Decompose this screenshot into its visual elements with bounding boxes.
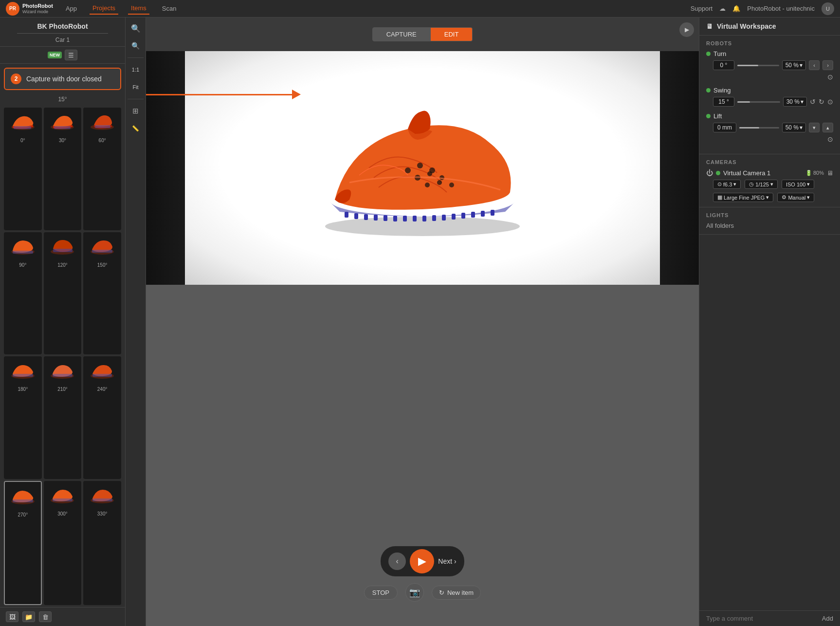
next-label: Next [438, 557, 452, 565]
tool-column: 🔍 🔍 1:1 Fit ⊞ 📏 [126, 18, 146, 626]
grid-tool-button[interactable]: ⊞ [128, 104, 144, 118]
thumbnail-90[interactable]: 90° [4, 232, 42, 355]
fit-button[interactable]: 1:1 [128, 63, 144, 76]
prev-button[interactable]: ‹ [388, 552, 406, 570]
thumbnail-0[interactable]: 0° [4, 108, 42, 230]
format-setting[interactable]: ▦ Large Fine JPEG ▾ [713, 193, 773, 202]
add-comment-button[interactable]: Add [822, 615, 833, 622]
turn-target-icon[interactable]: ⊙ [827, 73, 833, 81]
thumbnail-210[interactable]: 210° [44, 356, 82, 479]
turn-percent[interactable]: 50 % ▾ [782, 60, 806, 70]
shutter-setting[interactable]: ◷ 1/125 ▾ [745, 180, 778, 189]
capture-camera-button[interactable]: 📷 [405, 583, 424, 602]
nav-scan[interactable]: Scan [159, 3, 180, 14]
list-view-button[interactable]: ☰ [65, 50, 77, 60]
tab-edit[interactable]: EDIT [431, 27, 473, 41]
mode-setting[interactable]: ⚙ Manual ▾ [777, 193, 814, 202]
thumb-angle-330: 330° [83, 510, 121, 517]
turn-name: Turn [713, 50, 726, 57]
swing-rotate-ccw-button[interactable]: ↺ [810, 98, 816, 106]
comment-input[interactable] [706, 615, 818, 622]
thumbnail-330[interactable]: 330° [83, 481, 121, 606]
add-folder-button[interactable]: 📁 [22, 611, 35, 622]
vw-title: Virtual Workspace [717, 22, 776, 30]
camera-name: Virtual Camera 1 [723, 169, 803, 177]
swing-value[interactable]: 15 ° [713, 97, 734, 107]
top-navigation: PR PhotoRobot Wizard mode App Projects I… [0, 0, 840, 18]
play-top-button[interactable]: ▶ [679, 22, 694, 37]
aperture-setting[interactable]: ⊙ f6.3 ▾ [713, 180, 741, 189]
delete-button[interactable]: 🗑 [39, 611, 52, 622]
svg-rect-38 [383, 215, 387, 221]
thumb-angle-300: 300° [44, 510, 82, 517]
swing-target-icon[interactable]: ⊙ [827, 98, 833, 106]
thumbnail-120[interactable]: 120° [44, 232, 82, 355]
lift-slider[interactable] [739, 127, 779, 129]
app-logo[interactable]: PR PhotoRobot Wizard mode [6, 2, 53, 16]
svg-rect-3 [54, 126, 71, 129]
photo-container [146, 51, 699, 285]
svg-rect-42 [422, 216, 426, 221]
svg-rect-35 [354, 213, 358, 219]
next-button[interactable]: Next › [438, 557, 456, 565]
new-item-button[interactable]: ↻ New item [432, 586, 481, 600]
swing-slider[interactable] [737, 101, 780, 103]
svg-point-31 [425, 183, 430, 187]
shutter-icon: ◷ [749, 181, 754, 187]
thumbnail-60[interactable]: 60° [83, 108, 121, 230]
svg-rect-13 [13, 374, 33, 377]
thumbnail-30[interactable]: 30° [44, 108, 82, 230]
nav-right: Support ☁ 🔔 PhotoRobot - unitechnic U [691, 2, 834, 15]
robots-section: ROBOTS Turn 0 ° 50 % ▾ ‹ › [699, 36, 840, 154]
nav-projects[interactable]: Projects [90, 2, 118, 15]
cloud-icon[interactable]: ☁ [719, 5, 726, 12]
angle-label: 15° [0, 94, 125, 106]
svg-rect-15 [53, 374, 73, 377]
lift-value[interactable]: 0 mm [713, 123, 736, 132]
lift-down-button[interactable]: ▾ [809, 123, 820, 132]
svg-rect-40 [403, 216, 407, 221]
lift-percent[interactable]: 50 % ▾ [782, 123, 806, 132]
nav-items[interactable]: Items [128, 2, 149, 15]
nav-app[interactable]: App [63, 3, 80, 14]
folder-view-button[interactable]: 🖼 [6, 611, 18, 622]
left-sidebar: BK PhotoRobot Car 1 NEW ☰ 2 Capture with… [0, 18, 126, 626]
chevron-down-icon: ▾ [807, 194, 810, 201]
play-button[interactable]: ▶ [410, 549, 434, 573]
tab-capture[interactable]: CAPTURE [372, 27, 431, 41]
swing-robot: Swing 15 ° 30 % ▾ ↺ ↻ ⊙ [706, 87, 833, 107]
ruler-button[interactable]: 📏 [128, 122, 144, 135]
turn-left-button[interactable]: ‹ [809, 60, 820, 70]
lift-up-button[interactable]: ▴ [822, 123, 833, 132]
main-view: CAPTURE EDIT ▶ [146, 18, 699, 626]
support-link[interactable]: Support [691, 5, 713, 12]
svg-rect-45 [452, 214, 456, 220]
lift-target-icon[interactable]: ⊙ [827, 135, 833, 143]
swing-percent[interactable]: 30 % ▾ [783, 97, 807, 107]
bell-icon[interactable]: 🔔 [732, 5, 740, 12]
thumbnail-240[interactable]: 240° [83, 356, 121, 479]
swing-rotate-cw-button[interactable]: ↻ [819, 98, 824, 106]
camera-power-button[interactable]: ⏻ [706, 169, 713, 177]
lift-status-dot [706, 114, 711, 118]
thumbnail-150[interactable]: 150° [83, 232, 121, 355]
camera-screen-button[interactable]: 🖥 [827, 169, 833, 177]
svg-rect-9 [53, 249, 73, 252]
turn-right-button[interactable]: › [822, 60, 833, 70]
zoom-in-button[interactable]: 🔍 [128, 21, 144, 35]
iso-setting[interactable]: ISO 100 ▾ [782, 180, 814, 189]
turn-value[interactable]: 0 ° [713, 60, 734, 70]
thumb-angle-270: 270° [5, 511, 41, 518]
avatar[interactable]: U [822, 2, 834, 15]
robots-label: ROBOTS [706, 40, 833, 46]
thumbnail-180[interactable]: 180° [4, 356, 42, 479]
capture-step-item[interactable]: 2 Capture with door closed [4, 68, 121, 90]
zoom-out-button[interactable]: 🔍 [128, 39, 144, 53]
fit-all-button[interactable]: Fit [128, 80, 144, 94]
thumbnail-300[interactable]: 300° [44, 481, 82, 606]
stop-button[interactable]: STOP [364, 586, 398, 600]
thumbnail-270[interactable]: 270° [4, 481, 42, 606]
svg-rect-46 [461, 213, 465, 219]
turn-slider[interactable] [737, 65, 779, 66]
right-sidebar: 🖥 Virtual Workspace ROBOTS Turn 0 ° 50 % [699, 18, 840, 626]
